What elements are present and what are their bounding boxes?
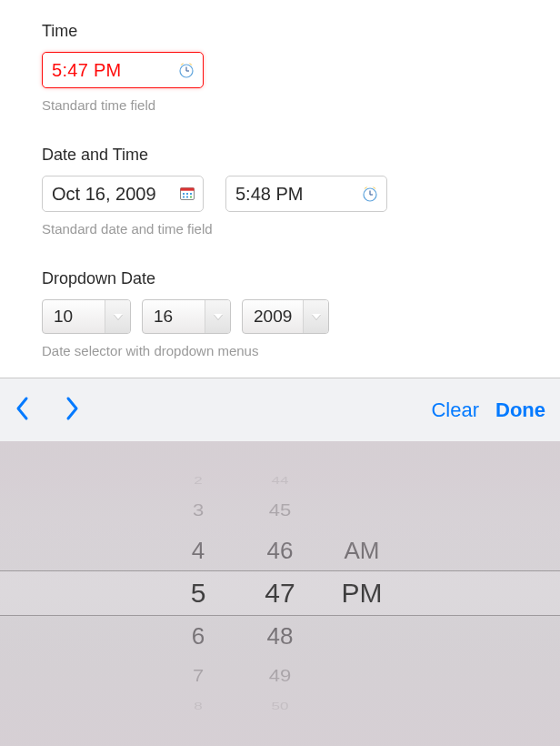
picker-item: 49 — [239, 658, 321, 695]
datetime-help: Standard date and time field — [42, 221, 518, 237]
day-value: 16 — [143, 300, 205, 333]
svg-rect-10 — [190, 197, 192, 198]
date-value: Oct 16, 2009 — [52, 184, 179, 205]
hour-wheel[interactable]: 2 3 4 5 6 7 8 — [157, 441, 239, 746]
picker-item: 46 — [239, 529, 321, 572]
time-field-group: Time 5:47 PM Standard time field — [42, 22, 518, 113]
picker-item: 44 — [239, 469, 321, 495]
dropdown-date-label: Dropdown Date — [42, 269, 518, 288]
picker-item-selected: 5 — [157, 571, 239, 615]
datetime-time-input[interactable]: 5:48 PM — [225, 176, 387, 212]
datetime-label: Date and Time — [42, 146, 518, 165]
clock-icon — [177, 61, 195, 79]
dropdown-trigger-icon — [205, 300, 230, 333]
time-help: Standard time field — [42, 97, 518, 113]
picker-item-selected: PM — [321, 571, 403, 615]
picker-item: 45 — [239, 492, 321, 529]
picker-item: AM — [321, 529, 403, 572]
clock-icon — [361, 185, 379, 203]
picker-item: 2 — [157, 469, 239, 495]
month-value: 10 — [43, 300, 105, 333]
day-dropdown[interactable]: 16 — [142, 299, 231, 334]
svg-rect-9 — [186, 197, 188, 198]
year-dropdown[interactable]: 2009 — [242, 299, 329, 334]
picker-item: 4 — [157, 529, 239, 572]
dropdown-trigger-icon — [105, 300, 130, 333]
dropdown-date-group: Dropdown Date 10 16 2009 Date selector w… — [42, 269, 518, 358]
date-input[interactable]: Oct 16, 2009 — [42, 176, 204, 212]
dropdown-date-help: Date selector with dropdown menus — [42, 343, 518, 358]
time-input[interactable]: 5:47 PM — [42, 52, 204, 88]
time-value: 5:47 PM — [52, 60, 177, 81]
picker-item: 7 — [157, 658, 239, 695]
svg-rect-6 — [186, 193, 188, 195]
year-value: 2009 — [243, 300, 303, 333]
time-picker: 2 3 4 5 6 7 8 44 45 46 47 48 49 50 AM PM — [0, 441, 560, 746]
minute-wheel[interactable]: 44 45 46 47 48 49 50 — [239, 441, 321, 746]
ampm-wheel[interactable]: AM PM — [321, 441, 403, 746]
calendar-icon — [179, 186, 195, 202]
picker-item: 48 — [239, 614, 321, 658]
picker-item: 8 — [157, 694, 239, 721]
dropdown-trigger-icon — [303, 300, 328, 333]
clear-button[interactable]: Clear — [431, 398, 479, 422]
picker-item: 6 — [157, 614, 239, 658]
picker-item-selected: 47 — [239, 571, 321, 615]
picker-item: 3 — [157, 492, 239, 529]
next-field-button[interactable] — [64, 395, 80, 426]
time-label: Time — [42, 22, 518, 41]
svg-rect-8 — [183, 197, 185, 198]
done-button[interactable]: Done — [495, 398, 545, 422]
svg-rect-7 — [190, 193, 192, 195]
datetime-time-value: 5:48 PM — [235, 184, 361, 205]
picker-toolbar: Clear Done — [0, 378, 560, 441]
datetime-field-group: Date and Time Oct 16, 2009 — [42, 146, 518, 237]
svg-rect-5 — [183, 193, 185, 195]
prev-field-button[interactable] — [15, 395, 31, 426]
month-dropdown[interactable]: 10 — [42, 299, 131, 334]
picker-item: 50 — [239, 694, 321, 721]
svg-rect-4 — [181, 188, 195, 191]
